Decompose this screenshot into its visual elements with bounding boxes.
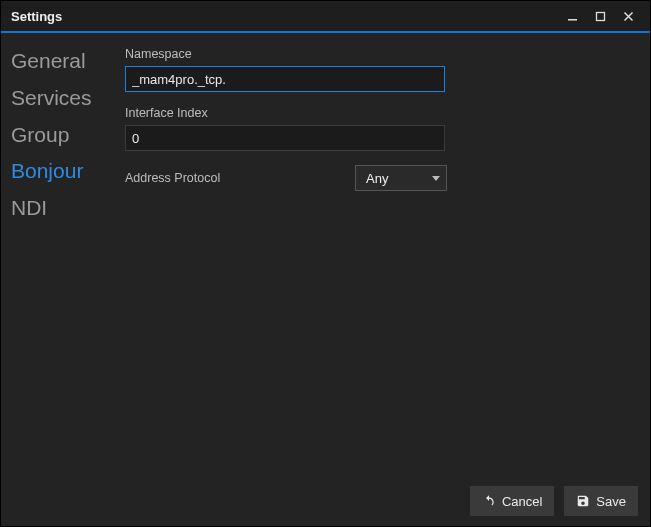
address-protocol-value: Any <box>366 171 388 186</box>
sidebar-item-group[interactable]: Group <box>11 117 119 154</box>
sidebar-item-bonjour[interactable]: Bonjour <box>11 153 119 190</box>
cancel-label: Cancel <box>502 494 542 509</box>
sidebar-item-ndi[interactable]: NDI <box>11 190 119 227</box>
close-button[interactable] <box>614 1 642 31</box>
cancel-button[interactable]: Cancel <box>470 486 554 516</box>
chevron-down-icon <box>432 176 440 181</box>
namespace-input[interactable] <box>125 66 445 92</box>
sidebar-item-general[interactable]: General <box>11 43 119 80</box>
address-protocol-label: Address Protocol <box>125 171 355 185</box>
address-protocol-select[interactable]: Any <box>355 165 447 191</box>
address-protocol-field: Address Protocol Any <box>125 165 630 191</box>
namespace-field: Namespace <box>125 47 630 92</box>
svg-rect-0 <box>568 19 577 21</box>
maximize-icon <box>595 11 606 22</box>
sidebar-item-services[interactable]: Services <box>11 80 119 117</box>
body-area: General Services Group Bonjour NDI Names… <box>1 33 650 476</box>
sidebar: General Services Group Bonjour NDI <box>1 33 119 476</box>
undo-icon <box>482 494 496 508</box>
interface-index-label: Interface Index <box>125 106 630 120</box>
close-icon <box>623 11 634 22</box>
window-controls <box>558 1 642 31</box>
interface-index-input[interactable] <box>125 125 445 151</box>
settings-window: Settings General Services Group Bonjour … <box>0 0 651 527</box>
titlebar: Settings <box>1 1 650 31</box>
save-label: Save <box>596 494 626 509</box>
interface-index-field: Interface Index <box>125 106 630 151</box>
maximize-button[interactable] <box>586 1 614 31</box>
namespace-label: Namespace <box>125 47 630 61</box>
footer: Cancel Save <box>1 476 650 526</box>
window-title: Settings <box>11 9 558 24</box>
svg-rect-1 <box>596 12 604 20</box>
save-icon <box>576 494 590 508</box>
save-button[interactable]: Save <box>564 486 638 516</box>
minimize-button[interactable] <box>558 1 586 31</box>
content-area: Namespace Interface Index Address Protoc… <box>119 33 650 476</box>
minimize-icon <box>567 11 578 22</box>
